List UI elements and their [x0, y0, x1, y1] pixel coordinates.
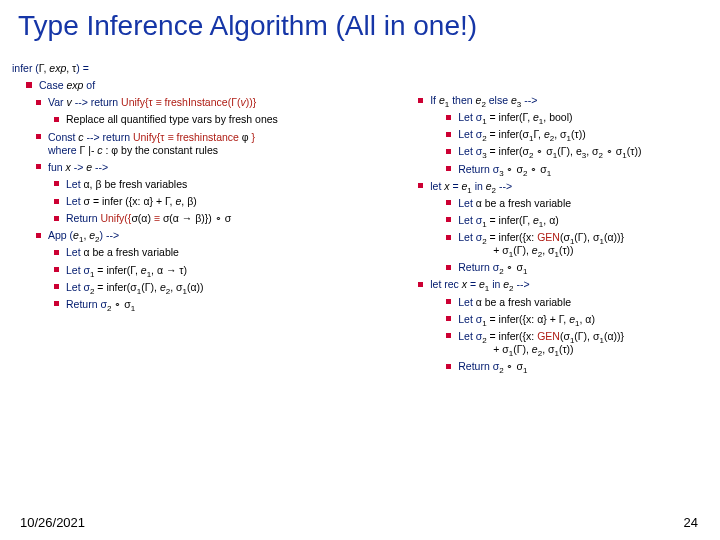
bullet-icon [54, 199, 59, 204]
bullet-icon [418, 183, 423, 188]
left-column: infer (Γ, exp, τ) = Case exp of Var v --… [12, 62, 418, 506]
fun-let-ab: Let α, β be fresh variables [54, 178, 412, 191]
bullet-icon [36, 134, 41, 139]
bullet-icon [54, 267, 59, 272]
fun-line: fun x -> e --> [36, 161, 412, 174]
letrec-s1: Let σ1 = infer({x: α} + Γ, e1, α) [446, 313, 708, 326]
var-line: Var v --> return Unify{τ ≡ freshInstance… [36, 96, 412, 109]
let-return: Return σ2 ∘ σ1 [446, 261, 708, 274]
if-line: If e1 then e2 else e3 --> [418, 94, 708, 107]
bullet-icon [418, 98, 423, 103]
bullet-icon [446, 333, 451, 338]
var-note: Replace all quantified type vars by fres… [54, 113, 412, 126]
app-let-s1: Let σ1 = infer(Γ, e1, α → τ) [54, 264, 412, 277]
let-s2: Let σ2 = infer({x: GEN(σ1(Γ), σ1(α))} + … [446, 231, 708, 257]
letrec-s2: Let σ2 = infer({x: GEN(σ1(Γ), σ1(α))} + … [446, 330, 708, 356]
if-s1: Let σ1 = infer(Γ, e1, bool) [446, 111, 708, 124]
app-return: Return σ2 ∘ σ1 [54, 298, 412, 311]
right-column: If e1 then e2 else e3 --> Let σ1 = infer… [418, 62, 708, 506]
bullet-icon [446, 200, 451, 205]
bullet-icon [26, 82, 32, 88]
bullet-icon [446, 149, 451, 154]
app-let-s2: Let σ2 = infer(σ1(Γ), e2, σ1(α)) [54, 281, 412, 294]
bullet-icon [36, 100, 41, 105]
bullet-icon [54, 250, 59, 255]
slide: Type Inference Algorithm (All in one!) i… [0, 0, 720, 540]
app-line: App (e1, e2) --> [36, 229, 412, 242]
bullet-icon [446, 364, 451, 369]
bullet-icon [54, 216, 59, 221]
case-line: Case exp of [26, 79, 412, 92]
bullet-icon [446, 132, 451, 137]
letrec-line: let rec x = e1 in e2 --> [418, 278, 708, 291]
bullet-icon [446, 265, 451, 270]
slide-body: infer (Γ, exp, τ) = Case exp of Var v --… [12, 62, 708, 506]
let-line: let x = e1 in e2 --> [418, 180, 708, 193]
if-s2: Let σ2 = infer(σ1Γ, e2, σ1(τ)) [446, 128, 708, 141]
footer-page-number: 24 [684, 515, 698, 530]
bullet-icon [446, 235, 451, 240]
bullet-icon [54, 117, 59, 122]
bullet-icon [446, 217, 451, 222]
fun-return: Return Unify({σ(α) ≡ σ(α → β)}) ∘ σ [54, 212, 412, 225]
infer-sig: infer (Γ, exp, τ) = [12, 62, 412, 75]
bullet-icon [54, 181, 59, 186]
bullet-icon [446, 115, 451, 120]
bullet-icon [446, 316, 451, 321]
if-s3: Let σ3 = infer(σ2 ∘ σ1(Γ), e3, σ2 ∘ σ1(τ… [446, 145, 708, 158]
const-line: Const c --> return Unify{τ ≡ freshinstan… [36, 131, 412, 157]
let-alpha: Let α be a fresh variable [446, 197, 708, 210]
bullet-icon [418, 282, 423, 287]
bullet-icon [54, 301, 59, 306]
let-s1: Let σ1 = infer(Γ, e1, α) [446, 214, 708, 227]
app-let-alpha: Let α be a fresh variable [54, 246, 412, 259]
bullet-icon [54, 284, 59, 289]
bullet-icon [446, 299, 451, 304]
if-return: Return σ3 ∘ σ2 ∘ σ1 [446, 163, 708, 176]
letrec-alpha: Let α be a fresh variable [446, 296, 708, 309]
slide-title: Type Inference Algorithm (All in one!) [18, 10, 477, 42]
bullet-icon [36, 164, 41, 169]
fun-let-sigma: Let σ = infer ({x: α} + Γ, e, β) [54, 195, 412, 208]
bullet-icon [36, 233, 41, 238]
letrec-return: Return σ2 ∘ σ1 [446, 360, 708, 373]
bullet-icon [446, 166, 451, 171]
footer-date: 10/26/2021 [20, 515, 85, 530]
